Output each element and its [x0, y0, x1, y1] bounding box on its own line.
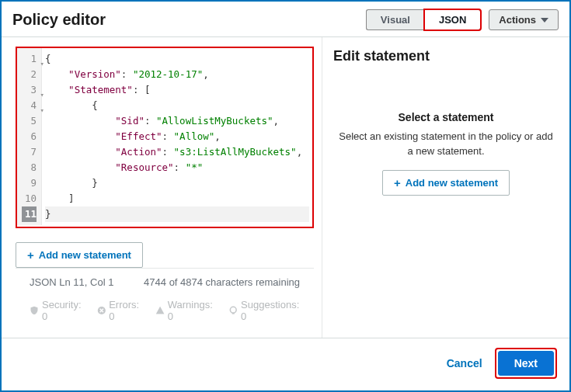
- side-panel-description: Select an existing statement in the poli…: [333, 130, 559, 159]
- status-bar: JSON Ln 11, Col 1 4744 of 4874 character…: [16, 268, 314, 294]
- page-title: Policy editor: [12, 11, 366, 29]
- json-editor[interactable]: 1▾23▾4▾567891011 { "Version": "2012-10-1…: [16, 47, 314, 228]
- actions-label: Actions: [499, 14, 536, 26]
- actions-dropdown[interactable]: Actions: [489, 9, 559, 30]
- svg-point-1: [230, 307, 236, 313]
- error-icon: [97, 305, 106, 316]
- side-panel-title: Edit statement: [333, 48, 559, 64]
- lint-warnings: Warnings: 0: [155, 299, 214, 322]
- side-add-statement-button[interactable]: + Add new statement: [382, 170, 510, 196]
- tab-visual[interactable]: Visual: [366, 9, 424, 30]
- add-statement-button[interactable]: + Add new statement: [16, 242, 143, 268]
- warning-icon: [155, 305, 165, 316]
- shield-icon: [30, 305, 39, 316]
- line-gutter: 1▾23▾4▾567891011: [17, 48, 42, 225]
- lightbulb-icon: [228, 305, 238, 316]
- plus-icon: +: [27, 248, 34, 262]
- cancel-button[interactable]: Cancel: [447, 357, 482, 369]
- code-content[interactable]: { "Version": "2012-10-17", "Statement": …: [42, 48, 312, 225]
- svg-rect-2: [232, 313, 234, 314]
- tab-json[interactable]: JSON: [424, 9, 481, 30]
- side-add-label: Add new statement: [406, 177, 498, 189]
- cursor-position: JSON Ln 11, Col 1: [30, 276, 113, 288]
- lint-errors: Errors: 0: [97, 299, 141, 322]
- chevron-down-icon: [541, 18, 548, 23]
- editor-mode-tabs: Visual JSON: [366, 9, 481, 30]
- side-panel-subtitle: Select a statement: [333, 111, 559, 123]
- lint-security: Security: 0: [30, 299, 83, 322]
- chars-remaining: 4744 of 4874 characters remaining: [144, 276, 300, 288]
- lint-suggestions: Suggestions: 0: [228, 299, 301, 322]
- add-statement-label: Add new statement: [39, 249, 131, 261]
- plus-icon: +: [394, 176, 401, 189]
- lint-bar: Security: 0 Errors: 0 Warnings: 0 Sugges…: [16, 294, 314, 330]
- edit-statement-panel: Edit statement Select a statement Select…: [322, 37, 569, 338]
- next-button[interactable]: Next: [498, 351, 554, 376]
